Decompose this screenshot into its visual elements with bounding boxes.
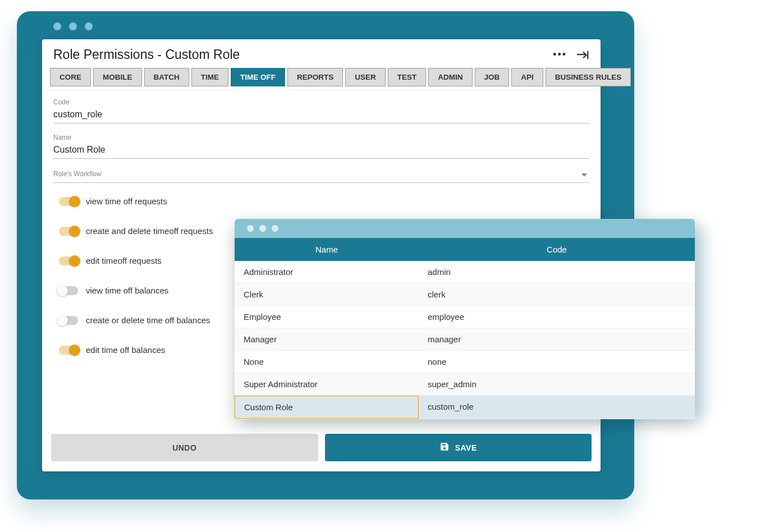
permission-label: view time off requests <box>86 196 167 206</box>
tab-admin[interactable]: ADMIN <box>428 68 472 86</box>
permission-label: edit timeoff requests <box>86 256 162 265</box>
permission-row: view time off requests <box>59 196 589 206</box>
code-input[interactable] <box>53 107 589 123</box>
tab-reports[interactable]: REPORTS <box>287 68 343 86</box>
workflow-select[interactable]: Role's Workflow <box>53 170 589 183</box>
save-label: SAVE <box>455 443 477 452</box>
table-row[interactable]: Super Administratorsuper_admin <box>235 373 695 396</box>
permission-toggle[interactable] <box>59 197 78 206</box>
cell-code: manager <box>419 328 695 350</box>
header-actions: ••• <box>553 49 589 61</box>
more-icon[interactable]: ••• <box>553 49 567 61</box>
name-label: Name <box>53 134 589 141</box>
undo-button[interactable]: UNDO <box>51 434 318 461</box>
cell-name: Clerk <box>235 283 419 305</box>
cell-name: None <box>235 351 419 373</box>
header: Role Permissions - Custom Role ••• <box>42 39 601 68</box>
col-header-name: Name <box>235 238 419 261</box>
name-field-wrapper: Name <box>53 134 589 159</box>
workflow-label: Role's Workflow <box>53 170 101 178</box>
data-panel-titlebar <box>235 219 695 238</box>
cell-code: employee <box>419 306 695 328</box>
table-row[interactable]: Custom Rolecustom_role <box>235 396 695 419</box>
tab-business-rules[interactable]: BUSINESS RULES <box>546 68 631 86</box>
tab-job[interactable]: JOB <box>475 68 510 86</box>
tab-mobile[interactable]: MOBILE <box>93 68 142 86</box>
page-title: Role Permissions - Custom Role <box>53 47 240 62</box>
name-input[interactable] <box>53 143 589 159</box>
data-table-header: Name Code <box>235 238 695 261</box>
save-icon <box>439 442 450 453</box>
permission-toggle[interactable] <box>59 316 78 325</box>
permission-toggle[interactable] <box>59 346 78 355</box>
table-row[interactable]: Administratoradmin <box>235 261 695 283</box>
tab-bar: COREMOBILEBATCHTIMETIME OFFREPORTSUSERTE… <box>42 68 601 90</box>
table-row[interactable]: Nonenone <box>235 351 695 373</box>
window-dots <box>53 22 93 30</box>
code-field-wrapper: Code <box>53 98 589 123</box>
data-panel-window: Name Code AdministratoradminClerkclerkEm… <box>235 219 695 419</box>
permission-label: create and delete timeoff requests <box>86 226 213 236</box>
table-row[interactable]: Clerkclerk <box>235 283 695 306</box>
save-button[interactable]: SAVE <box>325 434 592 461</box>
code-label: Code <box>53 98 589 106</box>
form-area: Code Name Role's Workflow <box>42 90 601 186</box>
permission-label: create or delete time off balances <box>86 315 210 325</box>
cell-code: none <box>419 351 695 373</box>
table-row[interactable]: Managermanager <box>235 328 695 351</box>
permission-label: view time off balances <box>86 286 168 295</box>
data-table-body: AdministratoradminClerkclerkEmployeeempl… <box>235 261 695 419</box>
expand-icon[interactable] <box>577 51 589 59</box>
permission-toggle[interactable] <box>59 286 78 295</box>
tab-user[interactable]: USER <box>345 68 386 86</box>
cell-name: Super Administrator <box>235 373 419 395</box>
tab-api[interactable]: API <box>511 68 543 86</box>
tab-core[interactable]: CORE <box>50 68 91 86</box>
cell-name: Employee <box>235 306 419 328</box>
tab-test[interactable]: TEST <box>388 68 427 86</box>
cell-name: Manager <box>235 328 419 350</box>
tab-batch[interactable]: BATCH <box>144 68 189 86</box>
cell-code: clerk <box>419 283 695 305</box>
permission-label: edit time off balances <box>86 345 165 355</box>
permission-toggle[interactable] <box>59 227 78 236</box>
col-header-code: Code <box>419 238 695 261</box>
chevron-down-icon <box>581 173 587 177</box>
tab-time[interactable]: TIME <box>191 68 228 86</box>
permission-toggle[interactable] <box>59 256 78 265</box>
cell-name: Administrator <box>235 261 419 283</box>
cell-code: custom_role <box>419 396 695 419</box>
tab-time-off[interactable]: TIME OFF <box>231 68 285 86</box>
cell-name: Custom Role <box>235 396 419 419</box>
cell-code: super_admin <box>419 373 695 395</box>
table-row[interactable]: Employeeemployee <box>235 306 695 328</box>
actions-bar: UNDO SAVE <box>42 428 601 471</box>
cell-code: admin <box>419 261 695 283</box>
